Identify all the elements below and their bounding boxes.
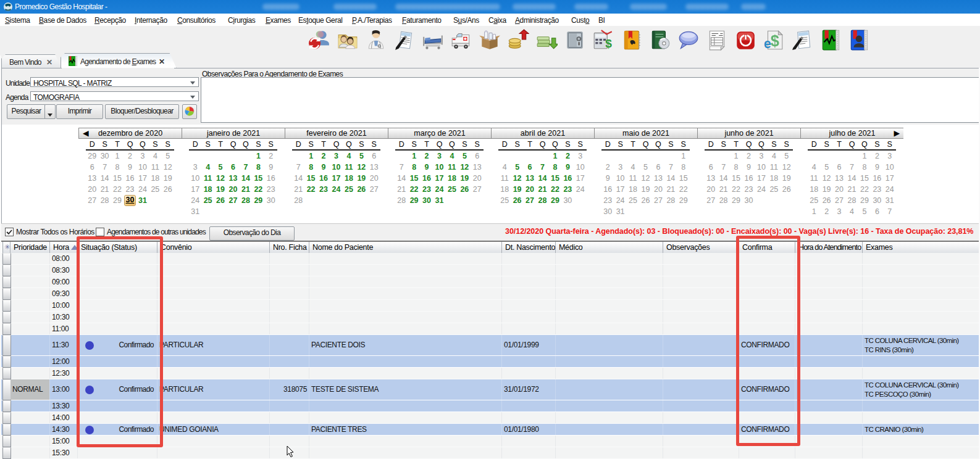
svg-text:$: $ <box>771 32 779 49</box>
svg-text:e: e <box>764 36 771 51</box>
svg-text:$: $ <box>605 37 612 50</box>
